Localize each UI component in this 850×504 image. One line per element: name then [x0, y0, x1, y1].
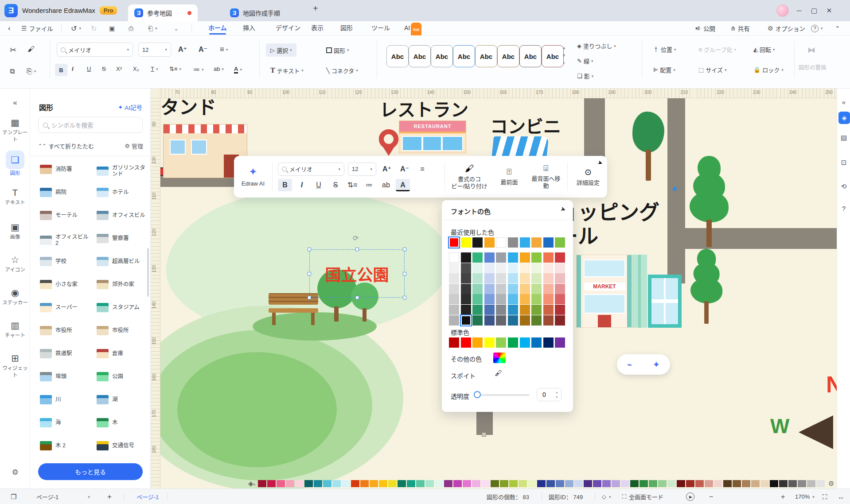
resize-handle-n[interactable] [355, 248, 359, 251]
opacity-value-input[interactable]: 0 ▲ ▼ [537, 388, 561, 401]
presentation-icon[interactable]: ⊡ [837, 159, 850, 167]
replace-shape-button[interactable]: 図形の置換 [799, 63, 827, 71]
style-preset[interactable]: Abc [431, 45, 453, 67]
quick-color-chip[interactable] [519, 480, 527, 487]
glass-building[interactable] [648, 275, 682, 328]
quick-color-chip[interactable] [733, 480, 741, 487]
color-swatch[interactable] [449, 237, 459, 248]
lock-button[interactable]: 🔒ロック▾ [753, 66, 784, 74]
color-swatch[interactable] [484, 305, 495, 315]
style-preset[interactable]: Abc [453, 45, 475, 67]
quick-color-chip[interactable] [788, 480, 797, 487]
copy-button[interactable]: ⧉ [10, 67, 15, 75]
tree[interactable] [632, 112, 664, 152]
quick-color-chip[interactable] [565, 480, 573, 487]
shape-library-item[interactable]: ホテル [97, 188, 154, 197]
bullet-list-button[interactable]: ≔ [362, 181, 376, 189]
color-swatch[interactable] [531, 315, 542, 326]
pin-icon[interactable]: ➤ [560, 205, 567, 213]
shape-library-item[interactable]: 川 [40, 395, 97, 404]
cut-button[interactable]: ✂ [10, 45, 16, 55]
collapse-right-icon[interactable]: « [837, 98, 850, 106]
sidebar-item-6[interactable]: ◉ステッカー [0, 287, 30, 306]
document-tab[interactable]: Ǝ参考地図 [128, 4, 198, 21]
color-swatch[interactable] [531, 237, 542, 248]
color-swatch[interactable] [449, 315, 459, 326]
shadow-button[interactable]: ❏影▾ [577, 72, 593, 80]
font-size-select[interactable]: 12▾ [138, 43, 171, 57]
quick-color-chip[interactable] [742, 480, 750, 487]
advanced-settings-button[interactable]: ⊙ 詳細設定 [568, 167, 608, 186]
quick-color-chip[interactable] [491, 480, 499, 487]
color-swatch[interactable] [449, 252, 459, 263]
color-swatch[interactable] [543, 237, 554, 248]
superscript-button[interactable]: X² [116, 66, 122, 72]
stepper-down[interactable]: ▼ [555, 395, 558, 399]
quick-color-chip[interactable] [705, 480, 713, 487]
quick-color-chip[interactable] [546, 480, 555, 487]
color-swatch[interactable] [555, 305, 565, 315]
color-swatch[interactable] [484, 252, 495, 263]
color-swatch[interactable] [461, 273, 471, 283]
align-button[interactable]: ≡▾ [220, 45, 228, 54]
shape-library-item[interactable]: 木 [97, 418, 154, 427]
color-swatch[interactable] [520, 315, 530, 326]
group-button[interactable]: ⧈グループ化▾ [698, 45, 736, 54]
shape-library-item[interactable]: 湖 [97, 395, 154, 404]
increase-font-button[interactable]: A⁺ [380, 165, 394, 173]
color-swatch[interactable] [449, 263, 459, 273]
color-swatch[interactable] [508, 273, 518, 283]
decrease-font-button[interactable]: A⁻ [398, 165, 412, 173]
shape-library-item[interactable]: 公園 [97, 372, 154, 381]
settings-gear-icon[interactable]: ⚙ [0, 468, 30, 477]
color-swatch[interactable] [484, 337, 495, 348]
quick-color-chip[interactable] [695, 480, 704, 487]
color-swatch[interactable] [520, 273, 530, 283]
tree-large-2[interactable] [690, 249, 722, 303]
quick-color-chip[interactable] [639, 480, 648, 487]
selected-text-shape[interactable]: 国立公園 [309, 249, 405, 298]
strikethrough-button[interactable]: S [102, 66, 106, 72]
font-size-select[interactable]: 12▾ [348, 163, 376, 176]
format-painter-icon[interactable]: 🖌 [27, 45, 35, 53]
style-preset[interactable]: Abc [519, 45, 542, 67]
line-spacing-button[interactable]: ⇅≡▾ [169, 66, 181, 72]
color-swatch[interactable] [520, 252, 530, 263]
new-tab-button[interactable]: + [313, 4, 318, 14]
color-swatch[interactable] [496, 273, 506, 283]
ai-sparkle-icon[interactable]: ✦ [652, 359, 660, 370]
replace-shape-icon[interactable]: ⧓ [807, 45, 815, 55]
nav-tab-6[interactable]: ツール [371, 21, 390, 35]
sidebar-item-2[interactable]: ❏図形 [0, 151, 30, 176]
quick-color-chip[interactable] [463, 480, 471, 487]
color-swatch[interactable] [531, 305, 542, 315]
shape-library-item[interactable]: 小さな家 [40, 280, 97, 289]
quick-color-chip[interactable] [258, 480, 266, 487]
color-swatch[interactable] [555, 237, 565, 248]
eyedropper-label[interactable]: スポイト [451, 371, 476, 380]
quick-color-chip[interactable] [602, 480, 611, 487]
sidebar-item-5[interactable]: ☆アイコン [0, 254, 30, 273]
sidebar-item-1[interactable]: ▦テンプレート [0, 117, 30, 143]
road-right[interactable] [667, 228, 837, 249]
collapse-panel-icon[interactable]: « [0, 98, 30, 107]
manage-libraries-button[interactable]: ⚙管理 [125, 142, 143, 150]
color-swatch[interactable] [449, 273, 459, 283]
quick-color-chip[interactable] [612, 480, 620, 487]
color-swatch[interactable] [484, 237, 495, 248]
color-swatch[interactable] [508, 315, 518, 326]
shape-library-item[interactable]: 埠頭 [40, 372, 97, 381]
page-tab[interactable]: ページ-1 [134, 489, 159, 504]
stepper-up[interactable]: ▲ [555, 391, 558, 394]
quick-color-chip[interactable] [416, 480, 425, 487]
position-button[interactable]: ⭱位置▾ [653, 45, 676, 54]
shape-library-item[interactable]: 病院 [40, 188, 97, 197]
color-swatch[interactable] [472, 252, 483, 263]
underline-button[interactable]: U [87, 66, 91, 72]
quick-color-chip[interactable] [537, 480, 546, 487]
fill-bucket-icon[interactable]: ◈▾ [248, 480, 255, 488]
quick-color-chip[interactable] [351, 480, 359, 487]
color-swatch[interactable] [449, 337, 459, 348]
color-swatch[interactable] [461, 294, 471, 304]
resize-handle-e[interactable] [403, 272, 406, 275]
